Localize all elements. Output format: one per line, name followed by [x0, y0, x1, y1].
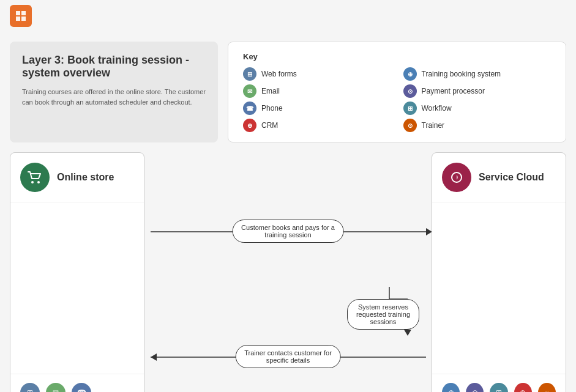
left-footer-icon-email: ✉ — [46, 383, 65, 392]
svg-rect-0 — [16, 11, 20, 15]
svg-point-4 — [31, 181, 34, 183]
svg-marker-13 — [151, 353, 157, 361]
svg-point-5 — [37, 181, 40, 183]
key-item-webforms: ⊞Web forms — [243, 67, 391, 81]
swimlane-right-title: Service Cloud — [479, 172, 544, 183]
right-footer-icon-workflow: ⊞ — [490, 383, 507, 392]
key-label-webforms: Web forms — [261, 70, 297, 78]
swimlane-right-footer: ⊕⊙⊞⊕☼ — [432, 374, 566, 392]
swimlane-right-header: Service Cloud — [432, 153, 566, 202]
right-footer-icon-trainer: ☼ — [538, 383, 556, 392]
swimlane-left-title: Online store — [57, 172, 114, 183]
right-footer-icon-crm: ⊕ — [514, 383, 532, 392]
svg-rect-3 — [21, 17, 26, 21]
left-footer-icon-phone: ☎ — [72, 383, 91, 392]
swimlane-left-header: Online store — [10, 153, 144, 202]
key-label-phone: Phone — [261, 104, 283, 113]
key-icon-webforms: ⊞ — [243, 67, 256, 81]
key-item-trainer: ⊙Trainer — [403, 119, 552, 132]
key-icon-training: ⊕ — [403, 67, 417, 81]
swimlane-left-footer: ⊞✉☎ — [10, 374, 144, 392]
left-footer-icon-webforms: ⊞ — [20, 383, 40, 392]
key-label-trainer: Trainer — [422, 121, 445, 130]
page-description: Training courses are offered in the onli… — [22, 87, 206, 107]
key-item-phone: ☎Phone — [243, 102, 391, 115]
svg-rect-2 — [16, 17, 20, 21]
title-panel: Layer 3: Book training session - system … — [10, 42, 218, 142]
app-logo — [10, 5, 32, 27]
swimlane-service-cloud: Service Cloud ⊕⊙⊞⊕☼ — [432, 152, 566, 392]
key-item-payment: ⊙Payment processor — [403, 84, 552, 98]
key-items: ⊞Web forms⊕Training booking system✉Email… — [243, 67, 551, 132]
service-cloud-icon — [442, 163, 471, 192]
key-item-email: ✉Email — [243, 84, 391, 98]
key-label-payment: Payment processor — [422, 87, 485, 95]
key-item-crm: ⊕CRM — [243, 119, 391, 132]
key-title: Key — [243, 52, 551, 61]
diagram-area: Online store ⊞✉☎ Customer books and pays… — [0, 152, 576, 392]
key-item-workflow: ⊞Workflow — [403, 102, 552, 115]
key-label-workflow: Workflow — [422, 104, 452, 113]
key-item-training: ⊕Training booking system — [403, 67, 552, 81]
svg-marker-11 — [404, 330, 411, 336]
key-label-crm: CRM — [261, 121, 278, 130]
key-panel: Key ⊞Web forms⊕Training booking system✉E… — [228, 42, 566, 142]
flow-area: Customer books and pays for atraining se… — [144, 152, 432, 392]
online-store-icon — [20, 163, 50, 192]
svg-rect-1 — [21, 11, 26, 15]
key-icon-payment: ⊙ — [403, 84, 417, 98]
page-title: Layer 3: Book training session - system … — [22, 54, 206, 80]
key-label-email: Email — [261, 87, 280, 95]
key-icon-email: ✉ — [243, 84, 256, 98]
key-icon-trainer: ⊙ — [403, 119, 417, 132]
key-icon-phone: ☎ — [243, 102, 256, 115]
key-label-training: Training booking system — [422, 70, 501, 78]
key-icon-crm: ⊕ — [243, 119, 256, 132]
svg-marker-7 — [426, 228, 432, 235]
swimlane-online-store: Online store ⊞✉☎ — [10, 152, 144, 392]
right-footer-icon-payment: ⊙ — [466, 383, 484, 392]
right-footer-icon-training: ⊕ — [442, 383, 460, 392]
flow-svg — [144, 152, 432, 392]
key-icon-workflow: ⊞ — [403, 102, 417, 115]
